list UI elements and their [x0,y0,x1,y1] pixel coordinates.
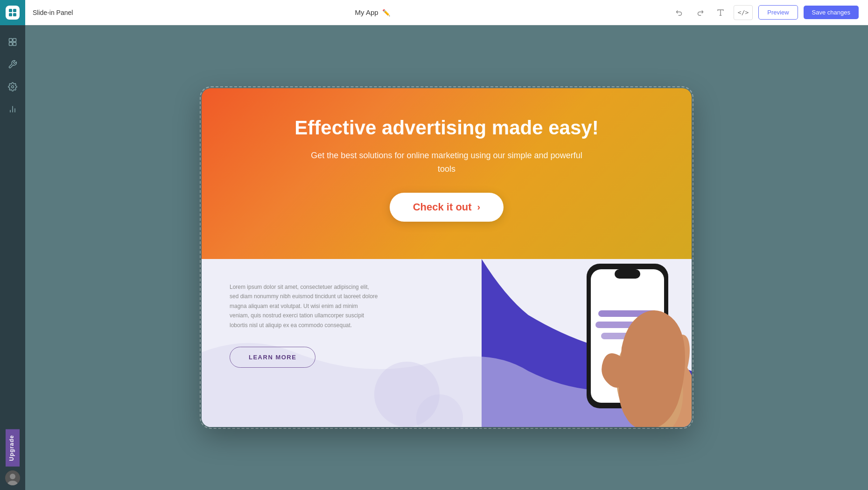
sidebar-item-tools[interactable] [3,55,22,74]
phone-area [435,259,692,427]
upgrade-button[interactable]: Upgrade [6,429,20,467]
app-name: My App [355,8,378,16]
undo-button[interactable] [672,5,687,20]
banner-card-wrapper: Effective advertising made easy! Get the… [202,88,692,427]
svg-rect-5 [13,39,16,42]
sidebar-item-analytics[interactable] [3,100,22,119]
sidebar-bottom: Upgrade [5,429,20,490]
code-button[interactable]: </> [734,5,753,20]
svg-rect-3 [13,13,16,16]
check-it-out-button[interactable]: Check it out › [390,193,504,222]
edit-icon[interactable]: ✏️ [382,9,390,16]
svg-rect-0 [9,9,12,12]
redo-button[interactable] [693,5,707,20]
user-avatar[interactable] [5,470,20,485]
arrow-icon: › [477,202,481,212]
page-title: Slide-in Panel [33,9,73,16]
preview-button[interactable]: Preview [758,5,798,20]
topbar-left: Slide-in Panel [33,9,73,16]
banner-top-section: Effective advertising made easy! Get the… [202,88,692,259]
svg-point-13 [10,474,15,479]
sidebar-nav [3,25,22,429]
topbar-right: </> Preview Save changes [672,5,859,20]
sidebar-logo[interactable] [0,0,25,25]
topbar-center: My App ✏️ [355,8,390,16]
topbar: Slide-in Panel My App ✏️ </> [25,0,868,25]
svg-point-8 [12,86,14,88]
banner-subtext: Get the best solutions for online market… [307,149,587,176]
sidebar-item-settings[interactable] [3,77,22,96]
svg-rect-6 [9,42,13,46]
svg-rect-2 [9,13,12,16]
hand-icon [556,259,692,427]
svg-rect-1 [13,9,16,12]
learn-more-button[interactable]: LEARN MORE [230,347,315,368]
banner-bottom-content: Lorem ipsum dolor sit amet, consectetuer… [202,259,402,391]
banner-card: Effective advertising made easy! Get the… [202,88,692,427]
svg-rect-4 [9,39,13,42]
banner-body-text: Lorem ipsum dolor sit amet, consectetuer… [230,282,379,330]
svg-rect-7 [13,42,16,46]
banner-headline: Effective advertising made easy! [294,116,598,140]
format-button[interactable] [713,5,728,20]
canvas-area: Effective advertising made easy! Get the… [25,25,868,490]
banner-bottom-section: Lorem ipsum dolor sit amet, consectetuer… [202,259,692,427]
save-button[interactable]: Save changes [804,6,859,19]
sidebar: Upgrade [0,0,25,490]
sidebar-item-dashboard[interactable] [3,33,22,51]
